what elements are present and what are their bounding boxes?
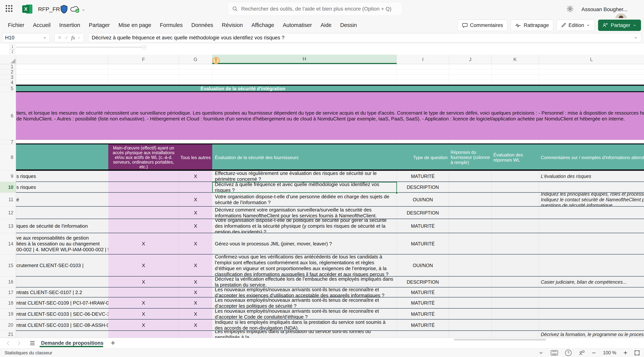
cell-eval-K10[interactable]: [492, 182, 539, 193]
cell-check-F17[interactable]: [108, 287, 179, 297]
row-number-5[interactable]: 5: [0, 85, 16, 92]
intro-band[interactable]: tiers, et lorsque les mesures de sécurit…: [16, 92, 644, 140]
cell-comment-L17[interactable]: [539, 287, 644, 297]
cell-type-I15[interactable]: OUI/NON: [397, 254, 449, 276]
cell-comment-L13[interactable]: [539, 219, 644, 233]
row-number-19[interactable]: 19: [0, 308, 16, 319]
cell-label-E13[interactable]: iques de sécurité de l'information: [16, 219, 108, 233]
cell-question-H20[interactable]: Indiquez si les employés impliqués dans …: [212, 319, 397, 331]
cell-label-E17[interactable]: ntrats CLIENT-SEC-0107 | 2.2: [16, 287, 108, 297]
row-number-2[interactable]: 2: [0, 69, 16, 75]
cell-check-G16[interactable]: X: [179, 276, 212, 287]
cell-check-F19[interactable]: X: [108, 308, 179, 319]
cell-J1[interactable]: [449, 64, 492, 69]
row-number-12[interactable]: 12: [0, 207, 16, 219]
cell-I1[interactable]: [397, 64, 449, 69]
row-number-3[interactable]: 3: [0, 75, 16, 80]
cell-K3[interactable]: [492, 75, 539, 80]
row-number-10[interactable]: 10: [0, 182, 16, 193]
cell-F2[interactable]: [108, 69, 179, 75]
cell-comment-L16[interactable]: Casier judiciaire, bilan de compétences.…: [539, 276, 644, 287]
cell-question-H17[interactable]: Les nouveaux employés/nouveaux arrivants…: [212, 287, 397, 297]
cell-K1[interactable]: [492, 64, 539, 69]
cell-E4[interactable]: [16, 80, 108, 85]
cell-label-E10[interactable]: s risques: [16, 182, 108, 193]
status-chevron-icon[interactable]: [538, 350, 544, 355]
cell-eval-K20[interactable]: [492, 319, 539, 331]
cell-check-G13[interactable]: X: [179, 219, 212, 233]
validation-warning-icon[interactable]: [212, 57, 220, 64]
cell-answer-J13[interactable]: [449, 219, 492, 233]
header-cell-E[interactable]: [16, 144, 108, 171]
cell-G1[interactable]: [179, 64, 212, 69]
cell-type-I13[interactable]: MATURITÉ: [397, 219, 449, 233]
cell-type-I14[interactable]: MATURITÉ: [397, 233, 449, 254]
cell-answer-J16[interactable]: [449, 276, 492, 287]
cell-comment-L9[interactable]: L'évaluation des risques: [539, 171, 644, 182]
cell-type-I17[interactable]: MATURITÉ: [397, 287, 449, 297]
cell-answer-J15[interactable]: [449, 254, 492, 276]
row-number-15[interactable]: 15: [0, 254, 16, 276]
cell-eval-K13[interactable]: [492, 219, 539, 233]
cell-check-G14[interactable]: X: [179, 233, 212, 254]
cell-type-I20[interactable]: MATURITÉ: [397, 319, 449, 331]
cell-type-I11[interactable]: OUI/NON: [397, 193, 449, 207]
cell-eval-K9[interactable]: [492, 171, 539, 182]
cell-type-I12[interactable]: DESCRIPTION: [397, 207, 449, 219]
cell-question-H14[interactable]: Gérez-vous le processus JML (joiner, mov…: [212, 233, 397, 254]
cell-check-G15[interactable]: X: [179, 254, 212, 276]
cell-L4[interactable]: [539, 80, 644, 85]
cell-H3[interactable]: [212, 75, 397, 80]
cell-question-H21[interactable]: Les employés impliqués dans la prestatio…: [212, 331, 397, 338]
cell-answer-J14[interactable]: [449, 233, 492, 254]
cell-comment-L14[interactable]: [539, 233, 644, 254]
cell-H2[interactable]: [212, 69, 397, 75]
section-title-band[interactable]: Évaluation de la sécurité d'intégration: [16, 85, 644, 92]
cell-eval-K18[interactable]: [492, 297, 539, 308]
cell-check-G10[interactable]: [179, 182, 212, 193]
sheet-tab-active[interactable]: Demande de propositions: [41, 340, 104, 346]
cell-label-E19[interactable]: ntrat CLIENT-SEC-0103 | SEC-06-DEVC-14 :: [16, 308, 108, 319]
cell-check-G21[interactable]: [179, 331, 212, 338]
cell-answer-J12[interactable]: [449, 207, 492, 219]
cell-type-I21[interactable]: [397, 331, 449, 338]
next-sheet-icon[interactable]: [16, 340, 22, 346]
feedback-icon[interactable]: [579, 350, 585, 356]
cell-label-E12[interactable]: [16, 207, 108, 219]
cell-F1[interactable]: [108, 64, 179, 69]
cell-answer-J18[interactable]: [449, 297, 492, 308]
row-number-20[interactable]: 20: [0, 319, 16, 331]
cell-question-H9[interactable]: Effectuez-vous régulièrement une évaluat…: [212, 171, 397, 182]
row-number-1[interactable]: 1: [0, 64, 16, 69]
cell-comment-L11[interactable]: Indiquez les principales équipes, rôles …: [539, 193, 644, 207]
cell-comment-L12[interactable]: [539, 207, 644, 219]
cell-check-F12[interactable]: [108, 207, 179, 219]
row-number-16[interactable]: 16: [0, 276, 16, 287]
cell-label-E11[interactable]: é: [16, 193, 108, 207]
help-icon[interactable]: ?: [565, 350, 572, 356]
header-cell-H[interactable]: Évaluation de la sécurité des fournisseu…: [212, 144, 397, 171]
row-number-17[interactable]: 17: [0, 287, 16, 297]
cell-answer-J10[interactable]: [449, 182, 492, 193]
cell-E3[interactable]: [16, 75, 108, 80]
cell-label-E16[interactable]: [16, 276, 108, 287]
cell-comment-L21[interactable]: Décrivez la formation, le programme ou l…: [539, 331, 644, 338]
cell-label-E18[interactable]: ntrat CLIENT-SEC-0109 | PCI-07-HRAW-01 :: [16, 297, 108, 308]
cell-type-I19[interactable]: MATURITÉ: [397, 308, 449, 319]
row-number-21[interactable]: 21: [0, 331, 16, 338]
prev-sheet-icon[interactable]: [6, 340, 10, 346]
cell-label-E20[interactable]: ntrat CLIENT-SEC-0103 | SEC-08-ASSH-02 :: [16, 319, 108, 331]
cell-type-I18[interactable]: MATURITÉ: [397, 297, 449, 308]
cell-label-E15[interactable]: crutement CLIENT-SEC-0103 |: [16, 254, 108, 276]
row-number-8[interactable]: 8: [0, 144, 16, 171]
cell-answer-J9[interactable]: [449, 171, 492, 182]
row-number-14[interactable]: 14: [0, 233, 16, 254]
cell-check-F10[interactable]: [108, 182, 179, 193]
cell-question-H19[interactable]: Les nouveaux employés/nouveaux arrivants…: [212, 308, 397, 319]
cell-check-G17[interactable]: X: [179, 287, 212, 297]
cell-eval-K14[interactable]: [492, 233, 539, 254]
header-cell-L[interactable]: Commentaires sur / exemples d'informatio…: [539, 144, 644, 171]
selected-cell-outline[interactable]: [212, 182, 397, 193]
cell-F4[interactable]: [108, 80, 179, 85]
cell-answer-J20[interactable]: [449, 319, 492, 331]
